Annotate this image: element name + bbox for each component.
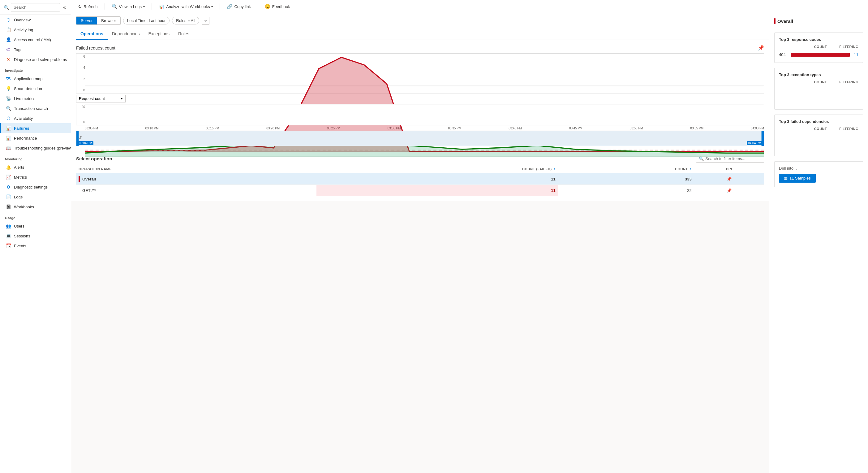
sidebar-item-diagnostic-settings[interactable]: ⚙ Diagnostic settings <box>0 182 71 192</box>
time-filter-button[interactable]: Local Time: Last hour <box>123 17 169 25</box>
row-color-indicator <box>79 187 80 194</box>
sidebar-item-alerts[interactable]: 🔔 Alerts <box>0 162 71 172</box>
sidebar-item-smart-detection[interactable]: 💡 Smart detection <box>0 84 71 93</box>
count-failed-sort-icon: ↕ <box>553 167 556 171</box>
diagnose-icon: ✕ <box>6 57 11 62</box>
toolbar-sep-4 <box>258 3 258 9</box>
y-label-2: 2 <box>76 78 85 81</box>
sidebar-item-label: Transaction search <box>14 106 48 111</box>
tab-exceptions[interactable]: Exceptions <box>144 28 174 40</box>
sidebar-item-troubleshoot[interactable]: 📖 Troubleshooting guides (preview) <box>0 143 71 153</box>
refresh-icon: ↻ <box>78 4 82 9</box>
operations-table: OPERATION NAME COUNT (FAILED) ↕ COUNT ↕ … <box>76 165 764 196</box>
get-pin-cell[interactable]: 📌 <box>694 185 764 196</box>
sidebar-item-workbooks[interactable]: 📓 Workbooks <box>0 202 71 212</box>
copy-link-button[interactable]: 🔗 Copy link <box>225 2 252 10</box>
sidebar-item-label: Sessions <box>14 234 30 238</box>
col-count-failed[interactable]: COUNT (FAILED) ↕ <box>316 165 558 173</box>
sidebar-item-live-metrics[interactable]: 📡 Live metrics <box>0 93 71 104</box>
sidebar-item-sessions[interactable]: 💻 Sessions <box>0 231 71 241</box>
sidebar-item-activity-log[interactable]: 📋 Activity log <box>0 25 71 35</box>
chart-section: Failed request count 📌 6 4 2 0 <box>71 40 769 151</box>
op-name-content: Overall <box>79 176 314 182</box>
y-label-0b: 0 <box>76 120 85 124</box>
tab-roles[interactable]: Roles <box>174 28 194 40</box>
exception-type-col <box>779 80 814 84</box>
sidebar-item-label: Availability <box>14 116 33 121</box>
sidebar-item-access-control[interactable]: 👤 Access control (IAM) <box>0 35 71 45</box>
roles-filter-button[interactable]: Roles = All <box>172 17 199 25</box>
sidebar-item-users[interactable]: 👥 Users <box>0 221 71 231</box>
table-header-row: OPERATION NAME COUNT (FAILED) ↕ COUNT ↕ … <box>76 165 764 173</box>
sidebar-item-tags[interactable]: 🏷 Tags <box>0 45 71 55</box>
sidebar-item-label: Logs <box>14 195 23 199</box>
response-codes-header: COUNT FILTERING <box>779 45 859 49</box>
filtering-header: FILTERING <box>839 45 859 49</box>
server-tab-button[interactable]: Server <box>76 17 97 25</box>
y-axis-labels: 6 4 2 0 <box>76 54 85 93</box>
exception-types-empty <box>779 86 859 105</box>
drill-samples-label: 11 Samples <box>789 176 811 180</box>
events-icon: 📅 <box>6 243 11 248</box>
sidebar-item-performance[interactable]: 📊 Performance <box>0 133 71 143</box>
overall-title: Overall <box>777 19 793 24</box>
search-filter-icon: 🔍 <box>699 156 704 161</box>
failed-deps-title: Top 3 failed dependencies <box>779 119 859 124</box>
search-input[interactable] <box>11 3 60 11</box>
sidebar: 🔍 « ⬡ Overview 📋 Activity log 👤 Access c… <box>0 0 71 473</box>
brush-selector[interactable]: 03:04 PM 04:04 PM ↺ <box>76 130 764 146</box>
analyze-label: Analyze with Workbooks <box>166 4 210 9</box>
table-row[interactable]: Overall 11 333 📌 <box>76 173 764 185</box>
overall-pin-cell[interactable]: 📌 <box>694 173 764 185</box>
sidebar-item-failures[interactable]: 📊 Failures <box>0 123 71 133</box>
view-logs-button[interactable]: 🔍 View in Logs ▾ <box>110 2 147 10</box>
sidebar-item-overview[interactable]: ⬡ Overview <box>0 15 71 25</box>
tab-dependencies[interactable]: Dependencies <box>107 28 144 40</box>
drill-samples-button[interactable]: ▦ 11 Samples <box>779 174 816 183</box>
sidebar-item-label: Performance <box>14 136 37 141</box>
sidebar-item-logs[interactable]: 📄 Logs <box>0 192 71 202</box>
brush-reload-icon[interactable]: ↺ <box>78 135 82 140</box>
count-header: COUNT <box>814 45 827 49</box>
main-area: ↻ Refresh 🔍 View in Logs ▾ 📊 Analyze wit… <box>71 0 868 473</box>
tags-icon: 🏷 <box>6 47 11 52</box>
overall-section-title: Overall <box>774 18 863 24</box>
top-failed-deps-card: Top 3 failed dependencies COUNT FILTERIN… <box>774 115 863 156</box>
workbooks-icon: 📓 <box>6 204 11 209</box>
pin-chart-button[interactable]: 📌 <box>758 45 764 51</box>
collapse-sidebar-button[interactable]: « <box>62 3 67 11</box>
sidebar-item-app-map[interactable]: 🗺 Application map <box>0 74 71 84</box>
exception-types-title: Top 3 exception types <box>779 72 859 77</box>
brush-svg <box>76 131 764 146</box>
chart-title: Failed request count <box>76 46 115 51</box>
sidebar-item-label: Users <box>14 224 25 229</box>
browser-tab-button[interactable]: Browser <box>97 17 120 25</box>
col-pin: PIN <box>694 165 764 173</box>
select-operation-section: Select operation 🔍 OPERATION NAME COUNT … <box>71 151 769 201</box>
tabs-bar: Operations Dependencies Exceptions Roles <box>71 28 769 40</box>
filter-icon-button[interactable]: ▿ <box>202 17 210 25</box>
sidebar-item-label: Overview <box>14 18 31 22</box>
sidebar-item-availability[interactable]: ⬡ Availability <box>0 113 71 123</box>
top-response-codes-card: Top 3 response codes COUNT FILTERING 404… <box>774 32 863 63</box>
response-codes-title: Top 3 response codes <box>779 37 859 42</box>
response-code-404: 404 <box>779 52 788 57</box>
view-logs-icon: 🔍 <box>112 4 118 9</box>
refresh-button[interactable]: ↻ Refresh <box>76 2 100 10</box>
sidebar-item-transaction-search[interactable]: 🔍 Transaction search <box>0 104 71 113</box>
sidebar-item-metrics[interactable]: 📈 Metrics <box>0 172 71 182</box>
search-filter-input[interactable] <box>705 156 761 161</box>
tab-operations[interactable]: Operations <box>76 28 107 40</box>
analyze-workbooks-button[interactable]: 📊 Analyze with Workbooks ▾ <box>157 2 215 10</box>
sidebar-item-events[interactable]: 📅 Events <box>0 241 71 251</box>
sidebar-item-label: Application map <box>14 77 43 81</box>
table-row[interactable]: GET /** 11 22 📌 <box>76 185 764 196</box>
failed-request-chart: 6 4 2 0 <box>76 53 764 93</box>
content-area: Server Browser Local Time: Last hour Rol… <box>71 13 868 473</box>
live-metrics-icon: 📡 <box>6 96 11 101</box>
col-count[interactable]: COUNT ↕ <box>558 165 694 173</box>
feedback-button[interactable]: 😊 Feedback <box>263 2 292 10</box>
sidebar-item-diagnose[interactable]: ✕ Diagnose and solve problems <box>0 55 71 64</box>
availability-icon: ⬡ <box>6 116 11 121</box>
overview-y-labels: 20 0 <box>76 104 85 125</box>
